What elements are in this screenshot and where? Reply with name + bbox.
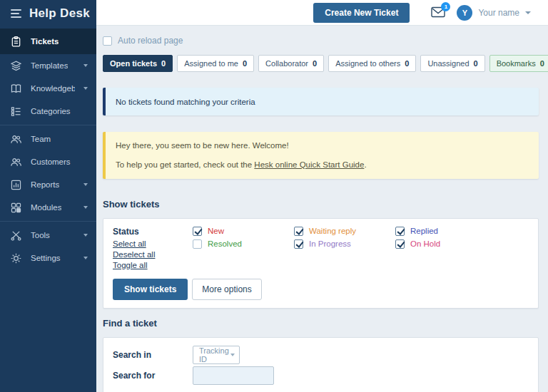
tab-collaborator[interactable]: Collaborator0 [258,55,324,72]
chevron-down-icon [83,234,88,237]
status-waiting-reply-checkbox[interactable] [294,227,303,236]
sidebar-divider [0,125,96,125]
deselect-all-link[interactable]: Deselect all [113,250,155,259]
tab-label: Collaborator [265,59,308,68]
status-item-on-hold: On Hold [395,239,497,249]
sidebar-item-modules[interactable]: Modules [0,196,96,219]
find-ticket-card: Search in Tracking ID Search for Find ti… [103,337,539,392]
mail-badge: 1 [441,2,450,11]
chevron-down-icon [83,206,88,209]
ticket-filter-tabs: Open tickets0 Assigned to me0 Collaborat… [103,55,539,72]
sidebar-item-knowledgebase[interactable]: Knowledgebase [0,77,96,100]
status-resolved-checkbox[interactable] [193,239,202,249]
status-replied-checkbox[interactable] [395,227,405,236]
status-on-hold-checkbox[interactable] [395,239,405,249]
tab-label: Assigned to me [184,59,238,68]
status-item-resolved: Resolved [193,239,294,249]
status-on-hold-label: On Hold [410,239,440,248]
search-for-input[interactable] [193,366,274,385]
no-tickets-alert: No tickets found matching your criteria [103,88,539,115]
chevron-down-icon [83,87,88,90]
tab-label: Unassigned [427,59,469,68]
sidebar-item-label: Customers [31,158,71,166]
search-in-selected-value: Tracking ID [199,346,230,363]
status-label: Status [113,227,193,237]
status-in-progress-checkbox[interactable] [294,239,303,249]
chevron-down-icon [525,11,531,14]
welcome-alert: Hey there, you seem to be new here. Welc… [103,132,539,179]
welcome-line2-prefix: To help you get started, check out the [116,160,254,169]
hamburger-menu-icon[interactable] [11,9,21,18]
quick-start-guide-link[interactable]: Hesk online Quick Start Guide [254,160,364,169]
tab-label: Assigned to others [335,59,400,68]
topbar: Create New Ticket 1 Y Your name [96,0,548,26]
reports-chart-icon [10,179,22,191]
tab-open-tickets[interactable]: Open tickets0 [103,55,173,72]
search-in-label: Search in [113,346,193,360]
auto-reload-row: Auto reload page [103,36,539,46]
auto-reload-checkbox[interactable] [103,36,112,46]
sidebar-header: Help Desk [0,0,96,27]
sidebar-item-label: Settings [31,254,61,262]
more-options-button[interactable]: More options [192,279,261,300]
status-new-label: New [208,227,224,235]
sidebar-item-team[interactable]: Team [0,128,96,150]
settings-gear-icon [10,252,22,264]
status-item-waiting-reply: Waiting reply [294,227,395,236]
welcome-line1: Hey there, you seem to be new here. Welc… [116,140,529,151]
toggle-all-link[interactable]: Toggle all [113,261,148,269]
helpdesk-app: Help Desk Tickets Templates Kno [0,0,548,392]
search-for-label: Search for [113,366,193,381]
status-item-in-progress: In Progress [294,239,395,249]
knowledgebase-book-icon [10,83,22,95]
modules-grid-icon [10,202,22,214]
tab-count: 0 [243,59,247,68]
sidebar-item-label: Team [31,135,51,143]
tab-label: Open tickets [110,59,157,68]
show-tickets-heading: Show tickets [103,199,539,210]
show-tickets-button[interactable]: Show tickets [113,279,188,300]
avatar: Y [457,5,472,21]
tab-bookmarks[interactable]: Bookmarks0 [489,55,548,72]
show-tickets-card: Status Select all Deselect all Toggle al… [103,218,539,309]
tickets-clipboard-icon [10,36,22,48]
sidebar-item-label: Tools [31,231,50,239]
status-replied-label: Replied [410,227,438,235]
user-menu[interactable]: Y Your name [457,5,531,21]
tab-assigned-to-me[interactable]: Assigned to me0 [177,55,254,72]
status-resolved-label: Resolved [208,239,242,248]
status-new-checkbox[interactable] [193,227,202,236]
sidebar-item-settings[interactable]: Settings [0,247,96,269]
sidebar: Help Desk Tickets Templates Kno [0,0,96,392]
mail-button[interactable]: 1 [431,6,445,19]
tab-count: 0 [405,59,409,68]
chevron-down-icon [83,257,88,259]
customers-people-icon [10,156,22,168]
auto-reload-label[interactable]: Auto reload page [118,36,183,46]
sidebar-divider [0,221,96,222]
sidebar-item-tools[interactable]: Tools [0,224,96,247]
sidebar-item-label: Templates [31,61,68,70]
sidebar-item-label: Knowledgebase [31,84,75,93]
app-title: Help Desk [29,6,90,21]
search-in-select[interactable]: Tracking ID [193,346,240,364]
tools-icon [10,229,22,242]
content: Auto reload page Open tickets0 Assigned … [96,26,548,392]
chevron-down-icon [83,64,88,67]
welcome-line2-suffix: . [364,160,366,169]
sidebar-item-customers[interactable]: Customers [0,150,96,173]
team-people-icon [10,133,22,145]
sidebar-item-categories[interactable]: Categories [0,100,96,123]
status-waiting-reply-label: Waiting reply [309,227,356,235]
tab-unassigned[interactable]: Unassigned0 [420,55,484,72]
tab-assigned-to-others[interactable]: Assigned to others0 [328,55,416,72]
status-item-replied: Replied [395,227,497,236]
select-all-link[interactable]: Select all [113,239,146,248]
tab-count: 0 [474,59,478,68]
sidebar-item-reports[interactable]: Reports [0,173,96,196]
create-new-ticket-button[interactable]: Create New Ticket [313,3,410,23]
sidebar-item-label: Modules [31,203,61,212]
templates-layers-icon [10,60,22,72]
sidebar-item-templates[interactable]: Templates [0,54,96,77]
sidebar-item-tickets[interactable]: Tickets [0,29,96,54]
